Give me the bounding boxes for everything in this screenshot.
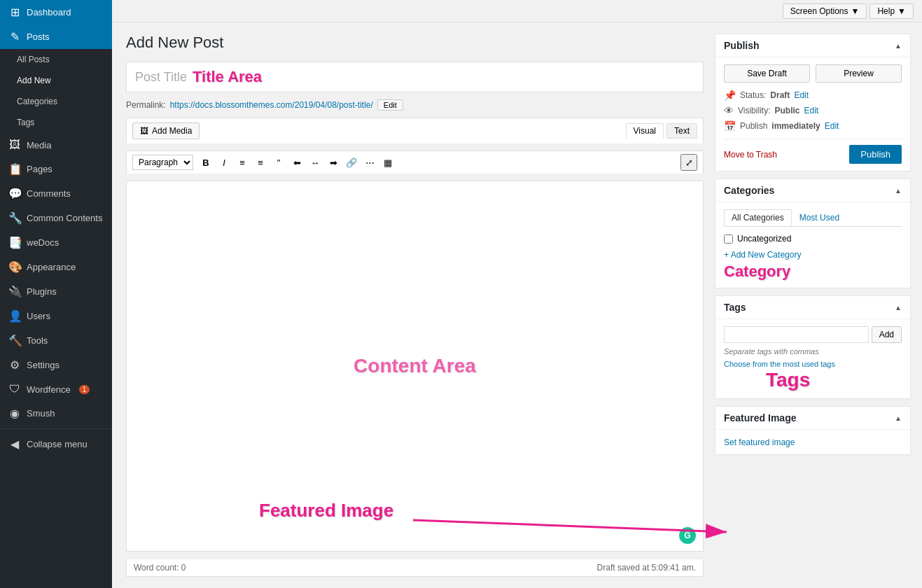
smush-icon: ◉ [8,407,21,420]
sidebar-item-categories[interactable]: Categories [0,91,112,112]
sidebar-item-label: Posts [27,31,50,42]
help-button[interactable]: Help ▼ [869,4,914,19]
ordered-list-button[interactable]: ≡ [252,154,269,171]
align-center-button[interactable]: ↔ [307,154,323,171]
permalink-url[interactable]: https://docs.blossomthemes.com/2019/04/0… [170,100,373,110]
visibility-edit-link[interactable]: Edit [804,106,818,115]
expand-editor-button[interactable]: ⤢ [680,154,697,171]
add-media-button[interactable]: 🖼 Add Media [132,122,200,139]
publish-button[interactable]: Publish [849,145,902,164]
page-title: Add New Post [126,34,704,52]
format-select[interactable]: Paragraph Heading 1 Heading 2 Heading 3 … [132,155,193,170]
tags-box-title: Tags [724,302,746,313]
sidebar-item-tags[interactable]: Tags [0,112,112,133]
sidebar-item-label: All Posts [17,55,50,64]
sidebar-item-tools[interactable]: 🔨 Tools [0,328,112,353]
wordfence-icon: 🛡 [8,383,21,396]
bold-button[interactable]: B [197,154,214,171]
move-to-trash-link[interactable]: Move to Trash [724,150,777,160]
sidebar-item-common-contents[interactable]: 🔧 Common Contents [0,206,112,230]
publish-collapse-icon[interactable]: ▲ [895,42,902,50]
media-icon: 🖼 [8,139,21,151]
tab-all-categories[interactable]: All Categories [724,209,792,226]
featured-image-box-body: Set featured image [715,430,910,454]
sidebar-item-media[interactable]: 🖼 Media [0,133,112,157]
main-area: Screen Options ▼ Help ▼ Add New Post Pos… [112,0,922,588]
sidebar-item-plugins[interactable]: 🔌 Plugins [0,279,112,304]
category-uncategorized[interactable]: Uncategorized [724,232,902,245]
publish-box-header: Publish ▲ [715,34,910,57]
sidebar-item-settings[interactable]: ⚙ Settings [0,353,112,377]
featured-image-collapse-icon[interactable]: ▲ [895,414,902,422]
title-input-wrap: Post Title Title Area [126,62,704,92]
editor-body[interactable]: Content Area G [126,181,704,552]
featured-image-box: Featured Image ▲ Set featured image [715,406,911,455]
add-new-category-link[interactable]: + Add New Category [724,250,801,260]
more-button[interactable]: ⋯ [361,154,378,171]
featured-image-box-title: Featured Image [724,412,796,424]
sidebar-item-pages[interactable]: 📋 Pages [0,157,112,181]
calendar-icon: 📅 [724,120,736,132]
pages-icon: 📋 [8,162,21,176]
editor-toolbar-top: 🖼 Add Media Visual Text [126,118,704,144]
sidebar-item-comments[interactable]: 💬 Comments [0,181,112,206]
sidebar-item-label: Smush [27,408,55,419]
publish-action-row: Save Draft Preview [724,64,902,83]
sidebar-item-smush[interactable]: ◉ Smush [0,401,112,426]
sidebar-item-collapse[interactable]: ◀ Collapse menu [0,432,112,456]
editor-footer: Word count: 0 Draft saved at 5:09:41 am. [126,559,704,577]
title-placeholder-label: Post Title [135,70,187,85]
publish-time-edit-link[interactable]: Edit [825,121,839,131]
comments-icon: 💬 [8,187,21,200]
sidebar-item-label: Settings [27,360,60,370]
posts-icon: ✎ [8,30,21,43]
italic-button[interactable]: I [216,154,232,171]
publish-box: Publish ▲ Save Draft Preview 📌 Status: D… [715,34,911,172]
sidebar-item-wedocs[interactable]: 📑 weDocs [0,230,112,255]
sidebar-item-dashboard[interactable]: ⊞ Dashboard [0,0,112,24]
tools-icon: 🔨 [8,334,21,347]
tab-most-used[interactable]: Most Used [792,209,847,226]
tags-annotation: Tags [766,369,810,391]
add-tag-button[interactable]: Add [872,326,902,343]
publish-footer: Move to Trash Publish [724,139,902,164]
categories-collapse-icon[interactable]: ▲ [895,187,902,195]
save-draft-button[interactable]: Save Draft [724,64,810,83]
tab-text[interactable]: Text [666,123,697,139]
status-edit-link[interactable]: Edit [794,90,809,100]
tab-visual[interactable]: Visual [626,123,664,139]
dashboard-icon: ⊞ [8,6,21,19]
link-button[interactable]: 🔗 [343,154,360,171]
preview-button[interactable]: Preview [816,64,902,83]
sidebar-item-users[interactable]: 👤 Users [0,304,112,328]
tags-collapse-icon[interactable]: ▲ [895,304,902,312]
category-checkbox[interactable] [724,234,733,244]
sidebar-item-label: Common Contents [27,213,102,223]
sidebar-item-all-posts[interactable]: All Posts [0,49,112,70]
publish-status-row: 📌 Status: Draft Edit [724,90,902,101]
align-left-button[interactable]: ⬅ [288,154,305,171]
sidebar-item-label: Tags [17,118,34,127]
sidebar-item-label: Tools [27,335,48,346]
set-featured-image-link[interactable]: Set featured image [724,438,795,447]
sidebar-item-posts[interactable]: ✎ Posts [0,24,112,49]
choose-tags-link[interactable]: Choose from the most used tags [724,360,835,368]
tags-input[interactable] [724,326,869,343]
appearance-icon: 🎨 [8,260,21,274]
plugins-icon: 🔌 [8,285,21,298]
tags-box-body: Add Separate tags with commas Choose fro… [715,319,910,398]
unordered-list-button[interactable]: ≡ [234,154,251,171]
permalink-edit-button[interactable]: Edit [377,99,403,111]
sidebar-item-add-new[interactable]: Add New [0,70,112,91]
blockquote-button[interactable]: " [270,154,287,171]
publish-time-row: 📅 Publish immediately Edit [724,120,902,132]
draft-saved: Draft saved at 5:09:41 am. [597,563,696,573]
align-right-button[interactable]: ➡ [325,154,342,171]
sidebar-separator [0,428,112,429]
screen-options-button[interactable]: Screen Options ▼ [783,4,867,19]
table-button[interactable]: ▦ [379,154,396,171]
sidebar-item-appearance[interactable]: 🎨 Appearance [0,255,112,279]
tags-box-header: Tags ▲ [715,296,910,319]
sidebar-item-wordfence[interactable]: 🛡 Wordfence 1 [0,377,112,401]
visual-text-tabs: Visual Text [626,123,697,139]
